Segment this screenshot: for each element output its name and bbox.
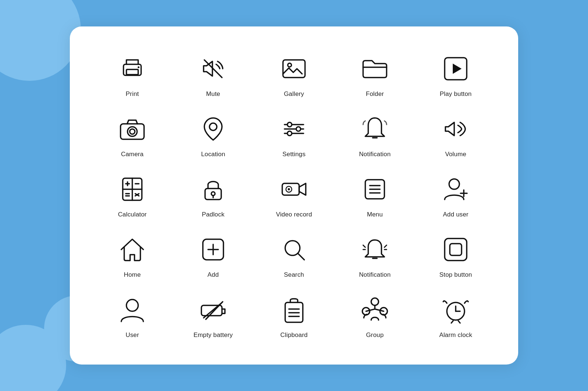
location-label: Location xyxy=(201,151,225,158)
stop-button-icon xyxy=(439,233,472,266)
svg-rect-5 xyxy=(283,60,305,78)
empty-battery-label: Empty battery xyxy=(193,331,233,339)
folder-item: Folder xyxy=(334,45,415,105)
group-label: Group xyxy=(366,331,384,339)
svg-rect-1 xyxy=(126,69,138,75)
clipboard-label: Clipboard xyxy=(280,331,308,339)
group-icon xyxy=(358,293,391,326)
svg-point-2 xyxy=(138,67,140,68)
svg-line-55 xyxy=(384,245,387,247)
svg-marker-37 xyxy=(299,183,306,195)
settings-label: Settings xyxy=(283,151,306,158)
notification-item: Notification xyxy=(334,105,415,165)
gallery-icon xyxy=(277,52,311,85)
svg-line-75 xyxy=(458,321,460,323)
camera-icon xyxy=(116,112,149,146)
camera-label: Camera xyxy=(121,151,143,158)
alarm-clock-item: Alarm clock xyxy=(415,286,496,346)
calculator-icon xyxy=(116,173,149,206)
stop-button-label: Stop button xyxy=(440,271,472,279)
svg-point-19 xyxy=(287,131,292,136)
alarm-clock-icon xyxy=(439,293,472,326)
print-label: Print xyxy=(126,90,139,98)
svg-point-44 xyxy=(449,179,459,189)
menu-icon xyxy=(358,173,391,206)
location-icon xyxy=(197,112,230,146)
group-item: Group xyxy=(334,286,415,346)
svg-rect-57 xyxy=(445,238,467,261)
add-item: Add xyxy=(173,226,254,286)
svg-point-12 xyxy=(130,129,135,134)
svg-point-39 xyxy=(288,188,290,190)
search-icon xyxy=(277,233,311,266)
calculator-label: Calculator xyxy=(118,211,147,218)
settings-icon xyxy=(277,112,311,146)
svg-point-67 xyxy=(371,298,379,305)
svg-line-74 xyxy=(451,321,453,323)
svg-point-59 xyxy=(126,299,138,311)
home-item: Home xyxy=(92,226,173,286)
empty-battery-item: Empty battery xyxy=(173,286,254,346)
empty-battery-icon xyxy=(197,293,230,326)
calculator-item: Calculator xyxy=(92,165,173,226)
notification-bell-icon xyxy=(358,112,391,146)
play-button-label: Play button xyxy=(440,90,472,98)
gallery-item: Gallery xyxy=(254,45,334,105)
mute-label: Mute xyxy=(206,90,220,98)
folder-label: Folder xyxy=(366,90,384,98)
location-item: Location xyxy=(173,105,254,165)
add-user-icon xyxy=(439,173,472,206)
print-icon xyxy=(116,52,149,85)
user-label: User xyxy=(126,331,139,339)
volume-item: Volume xyxy=(415,105,496,165)
play-button-item: Play button xyxy=(415,45,496,105)
icon-grid: Print Mute Gall xyxy=(92,45,496,346)
home-label: Home xyxy=(124,271,141,279)
svg-point-17 xyxy=(287,122,292,127)
padlock-item: Padlock xyxy=(173,165,254,226)
menu-item: Menu xyxy=(334,165,415,226)
svg-marker-21 xyxy=(445,122,454,136)
video-record-icon xyxy=(277,173,311,206)
menu-label: Menu xyxy=(367,211,383,218)
play-button-icon xyxy=(439,52,472,85)
svg-rect-36 xyxy=(282,183,299,195)
padlock-label: Padlock xyxy=(202,211,225,218)
home-icon xyxy=(116,233,149,266)
icon-card: Print Mute Gall xyxy=(70,26,518,365)
svg-point-13 xyxy=(209,123,217,130)
search-label: Search xyxy=(284,271,304,279)
notification-ring-icon xyxy=(358,233,391,266)
video-record-item: Video record xyxy=(254,165,334,226)
mute-item: Mute xyxy=(173,45,254,105)
padlock-icon xyxy=(197,173,230,206)
svg-line-62 xyxy=(206,302,223,319)
notification-label: Notification xyxy=(359,151,391,158)
print-item: Print xyxy=(92,45,173,105)
stop-button-item: Stop button xyxy=(415,226,496,286)
camera-item: Camera xyxy=(92,105,173,165)
volume-label: Volume xyxy=(445,151,466,158)
add-user-label: Add user xyxy=(443,211,468,218)
user-icon xyxy=(116,293,149,326)
folder-icon xyxy=(358,52,391,85)
clipboard-item: Clipboard xyxy=(254,286,334,346)
svg-marker-9 xyxy=(453,64,462,74)
svg-rect-58 xyxy=(450,244,462,255)
alarm-clock-label: Alarm clock xyxy=(439,331,472,339)
svg-point-6 xyxy=(288,63,291,67)
gallery-label: Gallery xyxy=(284,90,304,98)
svg-point-18 xyxy=(296,127,301,131)
svg-line-51 xyxy=(298,254,304,260)
add-label: Add xyxy=(208,271,219,279)
notification-ring-label: Notification xyxy=(359,271,391,279)
volume-icon xyxy=(439,112,472,146)
add-icon xyxy=(197,233,230,266)
user-item: User xyxy=(92,286,173,346)
svg-point-11 xyxy=(128,127,137,136)
settings-item: Settings xyxy=(254,105,334,165)
notification-ring-item: Notification xyxy=(334,226,415,286)
mute-icon xyxy=(197,52,230,85)
video-record-label: Video record xyxy=(276,211,312,218)
clipboard-icon xyxy=(277,293,311,326)
